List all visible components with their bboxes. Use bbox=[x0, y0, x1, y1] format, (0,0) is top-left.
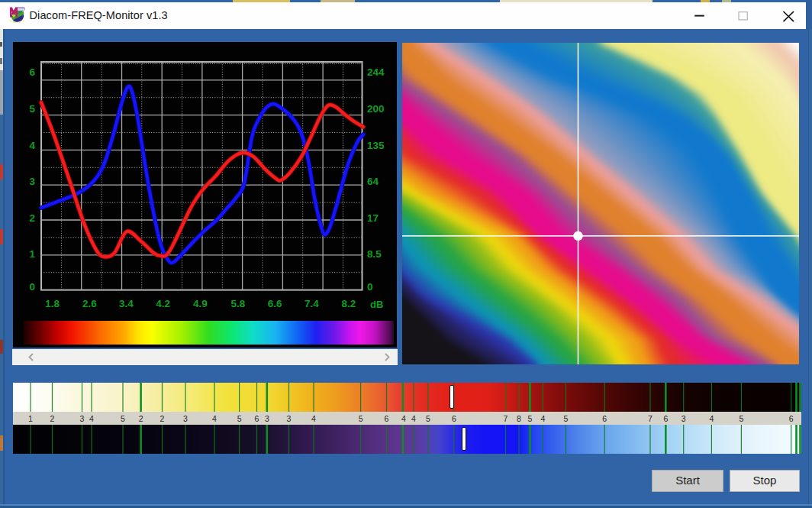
svg-text:8.2: 8.2 bbox=[342, 298, 356, 309]
svg-text:2: 2 bbox=[29, 212, 35, 224]
svg-text:5.8: 5.8 bbox=[230, 298, 245, 309]
svg-text:3.4: 3.4 bbox=[119, 298, 134, 309]
svg-text:17: 17 bbox=[367, 212, 379, 224]
svg-text:64: 64 bbox=[367, 176, 379, 187]
svg-text:6.6: 6.6 bbox=[268, 298, 282, 309]
svg-text:7.4: 7.4 bbox=[304, 298, 319, 309]
svg-text:4: 4 bbox=[29, 140, 35, 151]
svg-text:8.5: 8.5 bbox=[367, 248, 382, 260]
svg-text:0: 0 bbox=[367, 281, 373, 293]
svg-text:0: 0 bbox=[29, 281, 35, 293]
svg-text:2.6: 2.6 bbox=[82, 298, 97, 309]
svg-text:200: 200 bbox=[367, 103, 385, 115]
svg-text:3: 3 bbox=[29, 176, 35, 187]
svg-text:135: 135 bbox=[367, 140, 385, 151]
svg-text:4.9: 4.9 bbox=[193, 298, 208, 309]
svg-text:4.2: 4.2 bbox=[156, 298, 170, 309]
svg-text:5: 5 bbox=[29, 103, 35, 115]
svg-text:6: 6 bbox=[29, 66, 35, 78]
svg-text:244: 244 bbox=[367, 66, 385, 78]
svg-text:1.8: 1.8 bbox=[45, 298, 60, 309]
svg-text:dB: dB bbox=[370, 299, 383, 310]
svg-text:1: 1 bbox=[29, 248, 35, 260]
